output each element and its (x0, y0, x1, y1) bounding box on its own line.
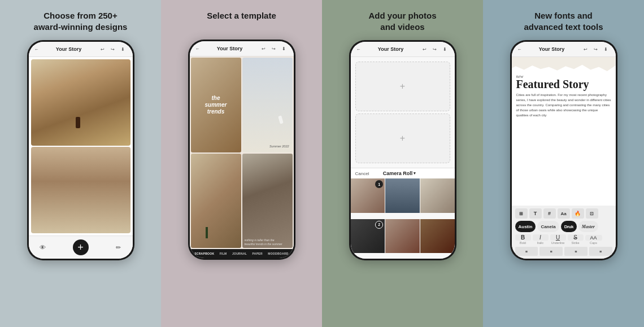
font-austin-btn[interactable]: Austin (515, 221, 536, 232)
template-cell-2[interactable]: Summer 2022 (242, 58, 293, 152)
phone-2: ← Your Story ↩ ↪ ⬇ the summer trends Sum… (188, 40, 295, 260)
redo-icon[interactable]: ↪ (431, 45, 439, 53)
phone-3-back[interactable]: ← (356, 47, 361, 52)
toolbar-row-fonts: Austin Canela Druk Master (515, 221, 612, 232)
font-druk-btn[interactable]: Druk (561, 221, 577, 232)
strike-label: Strike (571, 241, 579, 245)
phone-4-back[interactable]: ← (517, 47, 522, 52)
back-arrow-icon: ← (195, 46, 200, 51)
photo-picker-bar: Cancel Camera Roll ▾ (351, 168, 455, 178)
phone-3-actions: ↩ ↪ ⬇ (421, 45, 449, 53)
caps-button[interactable]: AA (585, 235, 602, 241)
font-canela-btn[interactable]: Canela (537, 221, 559, 232)
eye-icon[interactable]: 👁 (38, 242, 48, 252)
photo-slot-2 (31, 147, 130, 233)
phone-1-back[interactable]: ← (34, 47, 39, 52)
download-icon[interactable]: ⬇ (441, 45, 449, 53)
template-cell-1[interactable]: the summer trends (191, 58, 241, 152)
cell-1-text: the summer trends (205, 95, 227, 115)
underline-button[interactable]: U (550, 234, 566, 241)
format-strike-col: S Strike (568, 234, 584, 245)
phone-1-content (29, 57, 133, 236)
template-cell-4[interactable]: nothing is taller than the beautiful tre… (242, 154, 293, 248)
tab-film[interactable]: FILM (220, 252, 227, 255)
format-italic-col: I Italic (533, 234, 549, 245)
panel-4-title: New fonts and advanced text tools (524, 10, 603, 32)
italic-label: Italic (537, 241, 543, 245)
tab-journal[interactable]: JOURNAL (232, 252, 247, 255)
palm-icon (206, 227, 208, 238)
aa-size-btn[interactable]: Aa (558, 208, 570, 219)
selection-badge-2: 2 (375, 221, 383, 229)
align-justify-btn[interactable]: ≡ (589, 247, 612, 256)
align-center-btn[interactable]: ≡ (539, 247, 563, 256)
download-icon[interactable]: ⬇ (119, 45, 127, 53)
phone-2-back[interactable]: ← (195, 46, 200, 51)
cell-4-caption: nothing is taller than the beautiful tre… (245, 238, 282, 246)
back-arrow-icon: ← (517, 47, 522, 52)
format-underline-col: U Underline (550, 234, 566, 245)
hash-icon-btn[interactable]: # (543, 208, 556, 219)
photo-thumb-6[interactable] (420, 219, 455, 254)
undo-icon[interactable]: ↩ (260, 45, 268, 53)
phone-2-topbar: ← Your Story ↩ ↪ ⬇ (190, 41, 294, 56)
cell-2-label: Summer 2022 (269, 145, 289, 148)
photo-thumb-1[interactable]: 1 (351, 178, 385, 213)
person-silhouette-icon (76, 117, 80, 128)
upload-placeholder-1[interactable]: + (355, 62, 450, 111)
italic-button[interactable]: I (533, 234, 549, 241)
panel-text-tools: New fonts and advanced text tools ← Your… (483, 0, 644, 327)
font-master-btn[interactable]: Master (578, 221, 598, 232)
color-icon-btn[interactable]: 🔥 (572, 208, 584, 219)
phone-1-actions: ↩ ↪ ⬇ (99, 45, 127, 53)
chevron-down-icon: ▾ (414, 171, 416, 176)
image-icon-btn[interactable]: ⊞ (515, 208, 528, 219)
tab-paper[interactable]: PAPER (253, 252, 263, 255)
camera-roll-selector[interactable]: Camera Roll ▾ (383, 171, 416, 176)
panel-2-title: Select a template (207, 10, 276, 32)
photo-thumb-2[interactable] (385, 178, 420, 213)
undo-icon[interactable]: ↩ (582, 45, 590, 53)
phone-2-actions: ↩ ↪ ⬇ (260, 45, 288, 53)
tab-moodboard[interactable]: MOODBOARD (268, 252, 289, 255)
photo-thumb-5[interactable] (385, 219, 420, 254)
photo-thumb-4[interactable]: 2 (351, 219, 385, 254)
photo-slot-1 (31, 59, 130, 146)
torn-paper-decoration (512, 57, 616, 71)
phone-2-title: Your Story (200, 46, 260, 51)
photo-thumb-3[interactable] (420, 178, 455, 213)
phone-1-bottom-bar: 👁 + ✏ (29, 236, 133, 259)
download-icon[interactable]: ⬇ (280, 45, 288, 53)
cancel-button[interactable]: Cancel (355, 171, 369, 176)
phone-4: ← Your Story ↩ ↪ ⬇ new Featured Story Ci… (510, 40, 617, 260)
tab-scrapbook[interactable]: SCRAPBOOK (194, 252, 214, 255)
toolbar-row-align: ≡ ≡ ≡ ≡ (515, 247, 612, 256)
redo-icon[interactable]: ↪ (592, 45, 600, 53)
upload-placeholder-2[interactable]: + (355, 114, 450, 163)
phone-1: ← Your Story ↩ ↪ ⬇ 👁 + (27, 40, 134, 260)
redo-icon[interactable]: ↪ (270, 45, 278, 53)
panel-designs: Choose from 250+ award-winning designs ←… (0, 0, 161, 327)
bold-button[interactable]: B (515, 234, 531, 241)
phone-4-topbar: ← Your Story ↩ ↪ ⬇ (512, 42, 616, 57)
photo-strip (29, 57, 133, 236)
canvas-title[interactable]: Featured Story (516, 78, 611, 90)
download-icon[interactable]: ⬇ (602, 45, 610, 53)
add-button[interactable]: + (73, 239, 89, 255)
phone-4-title: Your Story (522, 46, 582, 52)
undo-icon[interactable]: ↩ (99, 45, 107, 53)
back-arrow-icon: ← (356, 47, 361, 52)
phone-3-content: + + Cancel Camera Roll ▾ 1 (351, 57, 455, 259)
undo-icon[interactable]: ↩ (421, 45, 429, 53)
redo-icon[interactable]: ↪ (109, 45, 117, 53)
template-cell-3[interactable] (191, 154, 241, 248)
layout-icon-btn[interactable]: ⊡ (586, 208, 598, 219)
strike-button[interactable]: S (568, 234, 584, 241)
align-right-btn[interactable]: ≡ (564, 247, 588, 256)
align-left-btn[interactable]: ≡ (515, 247, 538, 256)
pen-icon[interactable]: ✏ (114, 242, 124, 252)
text-toolbar: ⊞ T # Aa 🔥 ⊡ Austin Canela Druk Master (512, 206, 616, 259)
text-icon-btn[interactable]: T (529, 208, 542, 219)
panel-3-title: Add your photos and videos (369, 10, 437, 32)
phone-3: ← Your Story ↩ ↪ ⬇ + + (349, 40, 456, 260)
